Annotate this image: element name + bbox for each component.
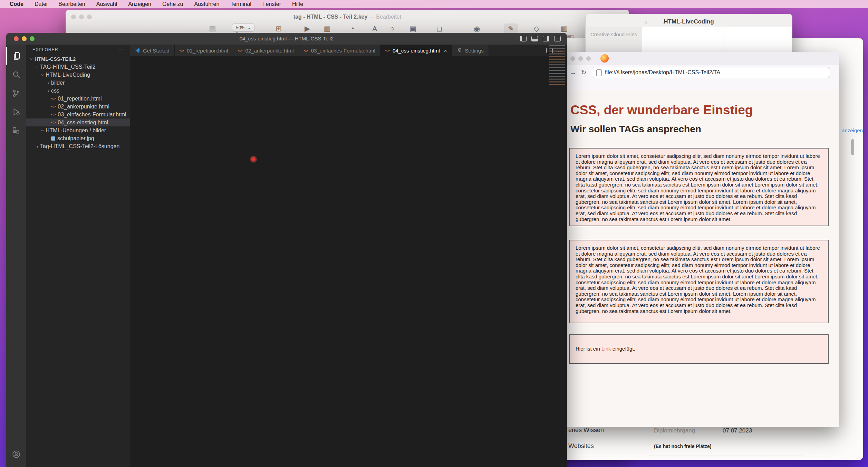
paragraph-box: Lorem ipsum dolor sit amet, consetetur s…	[569, 240, 829, 323]
animieren-icon: ◇	[533, 23, 539, 34]
url-text: file:///Users/jonas/Desktop/HTML-CSS-Tei…	[605, 69, 720, 76]
code-content	[130, 65, 567, 467]
html-file-icon: <>	[51, 112, 56, 117]
vscode-window: 04_css-einstieg.html — HTML-CSS-Teil2 EX…	[6, 33, 567, 467]
menu-item-auswahl[interactable]: Auswahl	[91, 1, 123, 7]
sidebar-item-creative-cloud[interactable]: Creative Cloud Files	[590, 31, 642, 37]
menu-item-hilfe[interactable]: Hilfe	[287, 1, 309, 7]
html-file-icon: <>	[385, 48, 390, 53]
firefox-window-controls[interactable]	[570, 56, 591, 61]
breadcrumbs	[130, 56, 567, 65]
layout-toggle-icons[interactable]	[520, 36, 561, 41]
explorer-item-label: 03_einfaches-Formular.html	[58, 112, 126, 118]
tabelle-icon: ▦	[324, 23, 331, 34]
tab-04-css-einstieg-html[interactable]: <>04_css-einstieg.html×	[380, 45, 452, 56]
formedia-link[interactable]: Link	[601, 346, 611, 352]
explorer-item-label: HTML-LiveCoding	[46, 72, 90, 78]
menu-item-bearbeiten[interactable]: Bearbeiten	[53, 1, 90, 7]
html-file-icon: <>	[51, 96, 56, 101]
editor-area[interactable]: Get Started<>01_repetition.html<>02_anke…	[130, 45, 567, 467]
explorer-item-label: 01_repetition.html	[58, 96, 102, 102]
activity-bar	[6, 45, 26, 467]
html-file-icon: <>	[180, 48, 184, 53]
page-icon	[596, 69, 602, 76]
firefox-icon	[600, 54, 609, 63]
explorer-item[interactable]: <>03_einfaches-Formular.html	[26, 111, 130, 118]
account-icon[interactable]	[6, 446, 26, 463]
explorer-item[interactable]: <>02_ankerpunkte.html	[26, 103, 130, 111]
vscode-titlebar: 04_css-einstieg.html — HTML-CSS-Teil2	[6, 33, 567, 45]
paragraph-box-link: Hier ist ein Link eingefügt.	[569, 334, 829, 364]
explorer-item-label: bilder	[51, 80, 65, 86]
tab-01-repetition-html[interactable]: <>01_repetition.html	[175, 45, 233, 56]
menu-item-gehe-zu[interactable]: Gehe zu	[157, 1, 189, 7]
explorer-item[interactable]: ›bilder	[26, 79, 130, 87]
vscode-title: 04_css-einstieg.html — HTML-CSS-Teil2	[6, 36, 567, 41]
paragraph-box: Lorem ipsum dolor sit amet, consetetur s…	[569, 148, 829, 226]
zusammenarbeiten-icon: ◉	[474, 23, 480, 34]
explorer-item[interactable]: ›Tag-HTML_CSS-Teil2-Lösungen	[26, 142, 130, 150]
menu-item-terminal[interactable]: Terminal	[225, 1, 257, 7]
scrollbar-thumb[interactable]	[851, 139, 854, 155]
medien-icon: ▣	[409, 23, 416, 34]
chevron-icon: ›	[29, 56, 35, 62]
html-file-icon: <>	[304, 48, 308, 53]
source-control-icon[interactable]	[6, 85, 26, 102]
dokument-icon: ▥	[561, 23, 568, 34]
menu-item-ausführen[interactable]: Ausführen	[189, 1, 225, 7]
search-icon[interactable]	[6, 66, 26, 83]
vscode-logo-icon	[135, 48, 140, 53]
explorer-item-label: schulpapier.jpg	[57, 135, 94, 142]
chevron-icon: ›	[40, 72, 46, 78]
forward-icon[interactable]: →	[570, 69, 576, 76]
video-grid	[714, 0, 864, 128]
explorer-item[interactable]: ›HTML-Uebungen / bilder	[26, 126, 130, 134]
tab-03-einfaches-formular-html[interactable]: <>03_einfaches-Formular.html	[299, 45, 380, 56]
explorer-item[interactable]: ›HTML-LiveCoding	[26, 71, 130, 79]
explorer-item[interactable]: <>01_repetition.html	[26, 95, 130, 103]
tab-settings[interactable]: Settings	[452, 45, 489, 56]
chevron-icon: ›	[35, 144, 40, 149]
menu-item-anzeigen[interactable]: Anzeigen	[123, 1, 157, 7]
bg-page-date: 07.07.2023	[723, 427, 752, 434]
tab-02-ankerpunkte-html[interactable]: <>02_ankerpunkte.html	[233, 45, 299, 56]
bg-page-text: Websites	[568, 442, 594, 450]
diagramm-icon: ◔	[350, 23, 355, 34]
folie hinzufügen-icon: ⊞	[276, 23, 282, 34]
firefox-page: CSS, der wunderbare Einstieg Wir sollen …	[565, 90, 839, 427]
menu-item-datei[interactable]: Datei	[29, 1, 53, 7]
zoomen-icon: 50% ⌄	[232, 23, 255, 32]
explorer-item-label: HTML-CSS-TEIL2	[35, 56, 76, 62]
chevron-icon: ›	[46, 80, 51, 86]
bg-page-note: (Es hat noch freie Plätze)	[654, 444, 711, 449]
extensions-icon[interactable]	[6, 122, 26, 139]
explorer-item-label: 04_css-einstieg.html	[58, 120, 108, 126]
html-file-icon: <>	[238, 48, 242, 53]
tab-label: 02_ankerpunkte.html	[245, 48, 293, 54]
start-icon: ▶	[305, 23, 310, 34]
run-debug-icon[interactable]	[6, 103, 26, 121]
chevron-icon: ›	[46, 88, 51, 94]
explorer-actions-icon[interactable]: ···	[118, 46, 125, 52]
explorer-item[interactable]: ›css	[26, 87, 130, 95]
menu-item-fenster[interactable]: Fenster	[257, 1, 287, 7]
toggle-panel-icon	[531, 36, 538, 41]
bg-page-text: enes Wissen	[568, 427, 604, 434]
explorer-item[interactable]: ›TAG-HTML_CSS-Teil2	[26, 63, 130, 71]
gear-icon	[457, 47, 462, 54]
explorer-item[interactable]: schulpapier.jpg	[26, 134, 130, 142]
kommentar-icon: ◻	[436, 23, 442, 34]
tab-get-started[interactable]: Get Started	[130, 45, 175, 56]
close-icon[interactable]: ×	[444, 48, 447, 54]
customize-layout-icon	[554, 36, 561, 41]
reload-icon[interactable]: ↻	[581, 69, 586, 76]
chevron-icon: ›	[35, 64, 40, 70]
toggle-sidebar-icon	[520, 36, 527, 41]
menu-item-code[interactable]: Code	[10, 1, 29, 7]
explorer-item[interactable]: <>04_css-einstieg.html	[26, 118, 130, 126]
explorer-item[interactable]: ›HTML-CSS-TEIL2	[26, 55, 130, 63]
explorer-item-label: Tag-HTML_CSS-Teil2-Lösungen	[40, 143, 119, 150]
explorer-icon[interactable]	[6, 47, 26, 65]
minimap[interactable]	[549, 45, 565, 86]
divider	[649, 456, 805, 456]
